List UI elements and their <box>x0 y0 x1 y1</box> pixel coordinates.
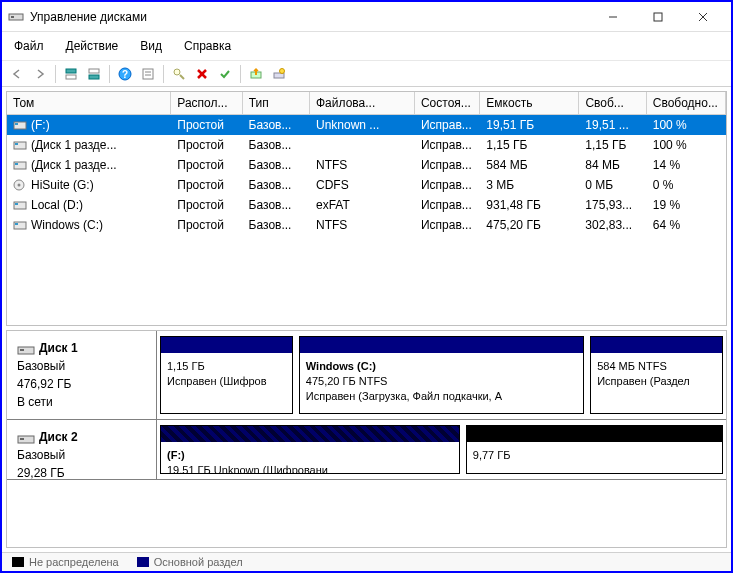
partition-status: Исправен (Загрузка, Файл подкачки, А <box>306 389 577 404</box>
svg-rect-27 <box>15 163 18 165</box>
partition-size: 1,15 ГБ <box>167 359 286 374</box>
col-header-layout[interactable]: Распол... <box>171 92 242 115</box>
volume-row[interactable]: Local (D:)ПростойБазов...exFATИсправ...9… <box>7 195 726 215</box>
volume-capacity: 1,15 ГБ <box>480 136 579 154</box>
partition-header <box>591 337 722 353</box>
volume-type: Базов... <box>243 176 310 194</box>
view-bottom-button[interactable] <box>83 63 105 85</box>
partition-header <box>161 337 292 353</box>
volume-list-body: (F:)ПростойБазов...Unknown ...Исправ...1… <box>7 115 726 325</box>
volume-freepct: 100 % <box>647 136 726 154</box>
disk-row: Диск 2Базовый29,28 ГБ(F:)19,51 ГБ Unknow… <box>7 420 726 480</box>
volume-fs <box>310 143 415 147</box>
volume-free: 175,93... <box>579 196 646 214</box>
volume-fs: NTFS <box>310 156 415 174</box>
svg-point-15 <box>174 69 180 75</box>
partition-header <box>467 426 722 442</box>
volume-capacity: 584 МБ <box>480 156 579 174</box>
volume-status: Исправ... <box>415 156 480 174</box>
explore-button[interactable] <box>168 63 190 85</box>
partition-body: (F:)19,51 ГБ Unknown (Шифровани <box>161 442 459 473</box>
col-header-filesystem[interactable]: Файлова... <box>310 92 415 115</box>
volume-layout: Простой <box>171 176 242 194</box>
partition[interactable]: (F:)19,51 ГБ Unknown (Шифровани <box>160 425 460 474</box>
volume-status: Исправ... <box>415 216 480 234</box>
volume-type: Базов... <box>243 156 310 174</box>
volume-layout: Простой <box>171 156 242 174</box>
partition[interactable]: Windows (C:)475,20 ГБ NTFSИсправен (Загр… <box>299 336 584 414</box>
volume-list: Том Распол... Тип Файлова... Состоя... Е… <box>6 91 727 326</box>
menu-help[interactable]: Справка <box>180 36 235 56</box>
volume-freepct: 100 % <box>647 116 726 134</box>
volume-icon <box>13 119 27 131</box>
partition[interactable]: 584 МБ NTFSИсправен (Раздел <box>590 336 723 414</box>
col-header-status[interactable]: Состоя... <box>415 92 480 115</box>
titlebar: Управление дисками <box>2 2 731 32</box>
volume-row[interactable]: (Диск 1 разде...ПростойБазов...Исправ...… <box>7 135 726 155</box>
volume-layout: Простой <box>171 136 242 154</box>
menu-view[interactable]: Вид <box>136 36 166 56</box>
maximize-button[interactable] <box>635 3 680 31</box>
svg-rect-25 <box>15 143 18 145</box>
col-header-free[interactable]: Своб... <box>579 92 646 115</box>
disk-info[interactable]: Диск 1Базовый476,92 ГБВ сети <box>7 331 157 419</box>
legend-primary-label: Основной раздел <box>154 556 243 568</box>
volume-free: 19,51 ... <box>579 116 646 134</box>
volume-list-header: Том Распол... Тип Файлова... Состоя... Е… <box>7 92 726 115</box>
volume-row[interactable]: HiSuite (G:)ПростойБазов...CDFSИсправ...… <box>7 175 726 195</box>
volume-status: Исправ... <box>415 136 480 154</box>
menu-action[interactable]: Действие <box>62 36 123 56</box>
volume-icon <box>13 179 27 191</box>
partition-status: Исправен (Шифров <box>167 374 286 389</box>
rescan-button[interactable] <box>268 63 290 85</box>
help-button[interactable]: ? <box>114 63 136 85</box>
disk-info[interactable]: Диск 2Базовый29,28 ГБ <box>7 420 157 479</box>
check-button[interactable] <box>214 63 236 85</box>
disk-status: В сети <box>17 393 146 411</box>
disk-icon <box>17 432 35 444</box>
volume-row[interactable]: Windows (C:)ПростойБазов...NTFSИсправ...… <box>7 215 726 235</box>
volume-icon <box>13 199 27 211</box>
partition-status: Исправен (Раздел <box>597 374 716 389</box>
volume-fs: Unknown ... <box>310 116 415 134</box>
svg-rect-8 <box>89 69 99 73</box>
volume-row[interactable]: (F:)ПростойБазов...Unknown ...Исправ...1… <box>7 115 726 135</box>
window-controls <box>590 3 725 31</box>
properties-button[interactable] <box>137 63 159 85</box>
partition[interactable]: 9,77 ГБ <box>466 425 723 474</box>
forward-button[interactable] <box>29 63 51 85</box>
volume-name: HiSuite (G:) <box>31 178 94 192</box>
col-header-type[interactable]: Тип <box>243 92 310 115</box>
partition-title: (F:) <box>167 448 453 463</box>
partition-size: 584 МБ NTFS <box>597 359 716 374</box>
back-button[interactable] <box>6 63 28 85</box>
col-header-freepct[interactable]: Свободно... <box>647 92 726 115</box>
volume-capacity: 19,51 ГБ <box>480 116 579 134</box>
volume-icon <box>13 219 27 231</box>
partition[interactable]: 1,15 ГБИсправен (Шифров <box>160 336 293 414</box>
volume-type: Базов... <box>243 196 310 214</box>
disk-row: Диск 1Базовый476,92 ГБВ сети1,15 ГБИспра… <box>7 331 726 420</box>
svg-rect-3 <box>654 13 662 21</box>
volume-name: (Диск 1 разде... <box>31 138 117 152</box>
delete-button[interactable] <box>191 63 213 85</box>
legend-unallocated-label: Не распределена <box>29 556 119 568</box>
menu-file[interactable]: Файл <box>10 36 48 56</box>
legend-unallocated: Не распределена <box>12 556 119 568</box>
extend-button[interactable] <box>245 63 267 85</box>
col-header-capacity[interactable]: Емкость <box>480 92 579 115</box>
disk-graphical-view: Диск 1Базовый476,92 ГБВ сети1,15 ГБИспра… <box>6 330 727 548</box>
col-header-volume[interactable]: Том <box>7 92 171 115</box>
app-icon <box>8 9 24 25</box>
volume-row[interactable]: (Диск 1 разде...ПростойБазов...NTFSИспра… <box>7 155 726 175</box>
volume-type: Базов... <box>243 116 310 134</box>
partition-title: Windows (C:) <box>306 359 577 374</box>
view-top-button[interactable] <box>60 63 82 85</box>
volume-capacity: 475,20 ГБ <box>480 216 579 234</box>
close-button[interactable] <box>680 3 725 31</box>
partition-size: 475,20 ГБ NTFS <box>306 374 577 389</box>
svg-rect-12 <box>143 69 153 79</box>
volume-freepct: 14 % <box>647 156 726 174</box>
svg-rect-1 <box>11 16 14 18</box>
minimize-button[interactable] <box>590 3 635 31</box>
